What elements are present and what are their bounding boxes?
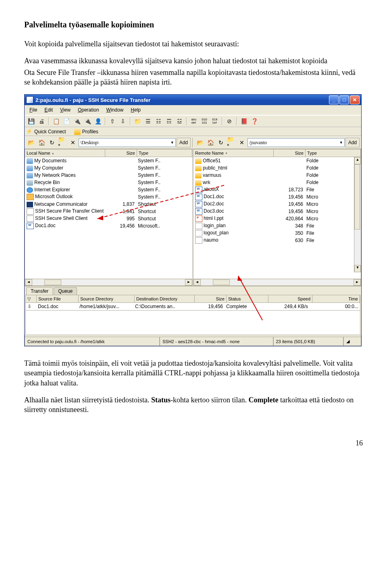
file-row[interactable]: public_htmlFolde <box>194 164 361 172</box>
remote-refresh-icon[interactable]: ↻ <box>216 138 226 147</box>
col-remote-type[interactable]: Type <box>306 149 361 157</box>
disconnect-icon[interactable]: 🔌 <box>83 116 92 126</box>
remote-delete-icon[interactable]: ✕ <box>237 138 247 147</box>
local-file-list[interactable]: My DocumentsSystem F..My ComputerSystem … <box>25 157 192 279</box>
save-icon[interactable]: 💾 <box>26 116 36 126</box>
titlebar[interactable]: 2:paju.oulu.fi - paju - SSH Secure File … <box>25 95 361 105</box>
view-large-icon[interactable]: ☰ <box>143 116 153 126</box>
file-row[interactable]: Microsoft OutlookSystem F.. <box>25 193 192 201</box>
local-add-button[interactable]: Add <box>177 138 191 147</box>
auto-icon[interactable]: 01¢1ef <box>210 116 220 126</box>
local-path-input[interactable]: \Desktop\ ▼ <box>79 138 176 147</box>
col-direction[interactable]: ▽ <box>26 295 37 302</box>
paste-icon[interactable]: 📄 <box>62 116 71 126</box>
file-row[interactable]: Internet ExplorerSystem F.. <box>25 186 192 193</box>
col-source-file[interactable]: Source File <box>37 295 79 302</box>
menu-operation[interactable]: Operation <box>75 106 102 114</box>
scroll-down-icon[interactable]: ▼ <box>354 265 361 272</box>
col-speed[interactable]: Speed <box>268 295 312 302</box>
minimize-button[interactable]: _ <box>329 95 339 104</box>
file-row[interactable]: Netscape Communicator1,837Shortcut <box>25 201 192 208</box>
remote-file-list[interactable]: Office51Foldepublic_htmlFoldevarmuusFold… <box>194 157 361 279</box>
menu-window[interactable]: Window <box>103 106 127 114</box>
remote-v-scrollbar[interactable]: ▲ ▼ <box>354 157 361 272</box>
connect-icon[interactable]: 🔌 <box>72 116 82 126</box>
menu-help[interactable]: Help <box>127 106 144 114</box>
maximize-button[interactable]: □ <box>339 95 349 104</box>
col-local-size[interactable]: Size <box>105 149 137 157</box>
remote-newfolder-icon[interactable]: 📁* <box>227 138 236 147</box>
scroll-right-icon[interactable]: ► <box>354 279 361 286</box>
print-icon[interactable]: 🖨 <box>37 116 46 126</box>
col-local-name[interactable]: Local Name <box>25 149 105 157</box>
file-row[interactable]: SSH Secure Shell Client995Shortcut <box>25 215 192 222</box>
file-row[interactable]: html I.ppt420,864Micro <box>194 215 361 222</box>
file-row[interactable]: varmuusFolde <box>194 172 361 179</box>
local-newfolder-icon[interactable]: 📁* <box>58 138 67 147</box>
col-transfer-size[interactable]: Size <box>195 295 227 302</box>
menu-view[interactable]: View <box>57 106 74 114</box>
scroll-left-icon[interactable]: ◄ <box>25 279 32 286</box>
file-icon <box>195 223 202 229</box>
col-local-type[interactable]: Type <box>137 149 192 157</box>
file-row[interactable]: Office51Folde <box>194 157 361 164</box>
local-h-scrollbar[interactable]: ◄ ► <box>25 279 192 286</box>
col-time[interactable]: Time <box>312 295 360 302</box>
file-row[interactable]: Doc2.doc19,456Micro <box>194 201 361 208</box>
col-dest-dir[interactable]: Destination Directory <box>135 295 195 302</box>
transfer-row[interactable]: ⇩ Doc1.doc /home1/atkk/jsuv... C:\Docume… <box>25 303 360 311</box>
local-up-icon[interactable]: 📂 <box>26 138 36 147</box>
view-details-icon[interactable]: ☳ <box>175 116 184 126</box>
tab-transfer[interactable]: Transfer <box>26 287 53 295</box>
col-status[interactable]: Status <box>227 295 268 302</box>
chevron-down-icon[interactable]: ▼ <box>339 141 343 145</box>
file-row[interactable]: My ComputerSystem F.. <box>25 164 192 172</box>
options-icon[interactable]: 📕 <box>239 116 249 126</box>
file-row[interactable]: logout_plan350File <box>194 230 361 237</box>
local-home-icon[interactable]: 🏠 <box>37 138 46 147</box>
close-button[interactable]: ✕ <box>350 95 360 104</box>
col-source-dir[interactable]: Source Directory <box>79 295 135 302</box>
file-row[interactable]: My Network PlacesSystem F.. <box>25 172 192 179</box>
local-refresh-icon[interactable]: ↻ <box>47 138 57 147</box>
scroll-up-icon[interactable]: ▲ <box>354 157 361 164</box>
ascii-icon[interactable]: abcdef <box>189 116 199 126</box>
scroll-right-icon[interactable]: ► <box>185 279 192 286</box>
col-remote-name[interactable]: Remote Name <box>194 149 274 157</box>
local-delete-icon[interactable]: ✕ <box>68 138 78 147</box>
profiles-button[interactable]: Profiles <box>82 129 98 135</box>
stop-icon[interactable]: ⊘ <box>225 116 234 126</box>
file-row[interactable]: Recycle BinSystem F.. <box>25 179 192 186</box>
quick-connect-button[interactable]: Quick Connect <box>34 129 66 135</box>
file-row[interactable]: naumo630File <box>194 237 361 244</box>
newfolder-icon[interactable]: 📁 <box>133 116 142 126</box>
profile-icon[interactable]: 👤 <box>93 116 103 126</box>
file-row[interactable]: aboutX18,723File <box>194 186 361 193</box>
col-remote-size[interactable]: Size <box>274 149 306 157</box>
download-icon[interactable]: ⇩ <box>118 116 128 126</box>
remote-path-input[interactable]: /jsuvanto ▼ <box>248 138 345 147</box>
remote-h-scrollbar[interactable]: ◄ ► <box>194 279 361 286</box>
file-row[interactable]: Doc3.doc19,456Micro <box>194 208 361 215</box>
menu-edit[interactable]: Edit <box>41 106 56 114</box>
binary-icon[interactable]: 010101 <box>200 116 209 126</box>
file-row[interactable]: My DocumentsSystem F.. <box>25 157 192 164</box>
upload-icon[interactable]: ⇧ <box>108 116 117 126</box>
menu-file[interactable]: File <box>26 106 40 114</box>
file-row[interactable]: Doc1.doc19,456Microsoft.. <box>25 222 192 230</box>
remote-up-icon[interactable]: 📂 <box>195 138 205 147</box>
file-row[interactable]: Doc1.doc19,456Micro <box>194 193 361 201</box>
file-row[interactable]: wrkFolde <box>194 179 361 186</box>
view-list-icon[interactable]: ☶ <box>164 116 174 126</box>
scroll-left-icon[interactable]: ◄ <box>194 279 201 286</box>
tab-queue[interactable]: Queue <box>54 287 77 295</box>
chevron-down-icon[interactable]: ▼ <box>171 141 174 145</box>
status-resize-grip[interactable]: ◢ <box>343 337 361 346</box>
view-small-icon[interactable]: ☷ <box>154 116 163 126</box>
file-row[interactable]: SSH Secure File Transfer Client1,941Shor… <box>25 208 192 215</box>
remote-add-button[interactable]: Add <box>345 138 360 147</box>
file-row[interactable]: login_plan348File <box>194 222 361 230</box>
help-icon[interactable]: ❓ <box>250 116 259 126</box>
remote-home-icon[interactable]: 🏠 <box>206 138 215 147</box>
copy-icon[interactable]: 📋 <box>51 116 61 126</box>
